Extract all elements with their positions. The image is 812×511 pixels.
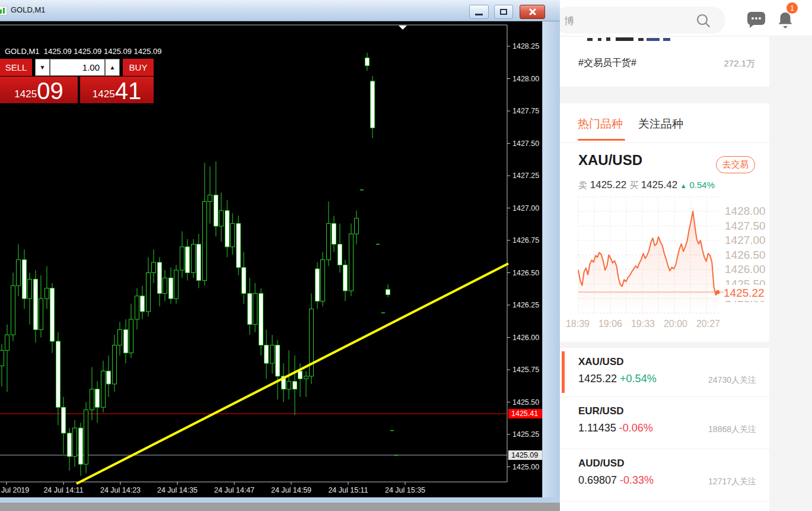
tab-watched-symbols[interactable]: 关注品种	[638, 116, 683, 132]
change-up-icon: ▲	[680, 182, 687, 189]
svg-text:1427.00: 1427.00	[725, 234, 766, 246]
watchlist-card: XAU/USD 1425.22 +0.54% 24730人关注 EUR/USD …	[552, 348, 769, 511]
row-symbol: EUR/USD	[578, 405, 624, 417]
search-input[interactable]: 博	[555, 7, 725, 34]
row-price: 1.11435	[578, 422, 616, 434]
sell-price: 1425.22	[590, 179, 626, 191]
svg-text:1428.00: 1428.00	[512, 75, 539, 83]
buy-price-pips: 41	[115, 79, 142, 103]
sell-price-main: 1425	[14, 88, 37, 103]
hot-symbols-card: 热门品种 关注品种 XAU/USD 去交易 卖 1425.22 买 1425.4…	[552, 103, 769, 342]
chart-window-icon	[0, 6, 7, 15]
change-percent: 0.54%	[689, 180, 715, 190]
current-price-tag: 1425.22	[724, 285, 769, 301]
row-price: 0.69807	[578, 474, 617, 486]
row-change: -0.33%	[620, 474, 654, 486]
svg-text:1427.50: 1427.50	[725, 220, 766, 232]
row-followers: 24730人关注	[708, 375, 756, 386]
row-followers: 12717人关注	[708, 477, 756, 487]
svg-text:18:39: 18:39	[566, 319, 590, 329]
watchlist-row-xauusd[interactable]: XAU/USD 1425.22 +0.54% 24730人关注	[552, 348, 769, 396]
sell-price-pips: 09	[37, 79, 63, 103]
svg-text:1425.00: 1425.00	[512, 463, 539, 471]
active-tab-underline	[578, 139, 625, 141]
svg-text:1425.25: 1425.25	[512, 430, 539, 439]
buy-label: 买	[629, 180, 638, 190]
svg-text:24 Jul 14:47: 24 Jul 14:47	[214, 486, 254, 494]
search-text: 博	[564, 14, 574, 28]
window-titlebar[interactable]: GOLD,M1	[0, 0, 560, 21]
volume-increment-button[interactable]: ▲	[105, 59, 120, 76]
notification-badge: 1	[786, 2, 798, 14]
buy-price-button[interactable]: 1425 41	[80, 77, 154, 103]
chart-client-area[interactable]: 1428.251428.001427.751427.501427.251427.…	[0, 21, 542, 497]
svg-text:19:33: 19:33	[631, 319, 655, 329]
row-change: +0.54%	[620, 373, 657, 385]
svg-text:1426.75: 1426.75	[512, 236, 539, 245]
maximize-button[interactable]	[494, 5, 513, 19]
svg-text:1426.50: 1426.50	[512, 269, 539, 277]
messages-icon[interactable]	[746, 11, 766, 28]
svg-text:24 Jul 14:35: 24 Jul 14:35	[157, 486, 198, 494]
window-right-border	[542, 21, 560, 497]
search-icon[interactable]	[695, 13, 712, 28]
buy-price: 1425.42	[641, 179, 677, 191]
svg-text:1426.00: 1426.00	[725, 263, 766, 275]
svg-text:1425.50: 1425.50	[512, 398, 539, 407]
svg-text:24 Jul 14:23: 24 Jul 14:23	[100, 486, 141, 494]
sell-button[interactable]: SELL	[0, 59, 32, 76]
chevron-down-icon: ▼	[40, 64, 46, 71]
svg-text:1426.00: 1426.00	[512, 334, 539, 342]
topic-link[interactable]: #交易员干货#	[578, 57, 636, 69]
top-search-bar: 博 1	[552, 0, 812, 36]
quote-side-panel: 博 1 #交易员干货# 272.1万	[552, 0, 812, 511]
go-trade-button[interactable]: 去交易	[716, 156, 755, 173]
svg-text:24 Jul 15:11: 24 Jul 15:11	[328, 486, 368, 494]
svg-text:19:06: 19:06	[598, 319, 622, 329]
sell-label: 卖	[578, 180, 587, 190]
svg-text:1425.09: 1425.09	[511, 451, 538, 459]
desktop-background-strip	[0, 503, 560, 511]
svg-text:24 Jul 15:35: 24 Jul 15:35	[385, 486, 425, 494]
hot-topics-card: #交易员干货# 272.1万	[552, 37, 769, 87]
topic-view-count: 272.1万	[724, 58, 755, 69]
row-change: -0.06%	[619, 422, 653, 434]
mini-price-chart[interactable]: 1428.001427.501427.001426.501426.001425.…	[552, 196, 812, 338]
ohlc-readout: GOLD,M1 1425.09 1425.09 1425.09 1425.09	[5, 47, 162, 56]
svg-text:24 Jul 14:59: 24 Jul 14:59	[271, 486, 311, 494]
buy-button[interactable]: BUY	[123, 59, 154, 76]
svg-text:20:27: 20:27	[696, 319, 720, 329]
svg-text:24 Jul 14:11: 24 Jul 14:11	[43, 486, 83, 494]
row-followers: 18868人关注	[708, 424, 756, 435]
row-symbol: AUD/USD	[578, 458, 624, 469]
volume-input[interactable]	[50, 59, 105, 76]
row-price: 1425.22	[578, 373, 617, 385]
mt4-chart-window: GOLD,M1 1428.251428.001427.751427.501427…	[0, 0, 560, 503]
buy-price-main: 1425	[93, 88, 115, 103]
window-bottom-border	[0, 497, 560, 503]
sell-price-button[interactable]: 1425 09	[0, 77, 78, 103]
svg-text:20:00: 20:00	[664, 319, 687, 329]
svg-text:1425.41: 1425.41	[511, 410, 538, 418]
svg-text:1428.00: 1428.00	[725, 205, 766, 217]
quote-symbol: XAU/USD	[578, 152, 642, 169]
row-symbol: XAU/USD	[578, 356, 624, 368]
svg-text:1427.00: 1427.00	[512, 204, 539, 212]
close-button[interactable]	[520, 5, 545, 19]
watchlist-row-audusd[interactable]: AUD/USD 0.69807 -0.33% 12717人关注	[552, 449, 769, 498]
window-title: GOLD,M1	[11, 5, 46, 14]
quote-bid-ask-row: 卖 1425.22 买 1425.42 ▲ 0.54%	[578, 179, 715, 191]
watchlist-row-eurusd[interactable]: EUR/USD 1.11435 -0.06% 18868人关注	[552, 397, 769, 446]
minimize-button[interactable]	[469, 5, 489, 19]
svg-text:1428.25: 1428.25	[512, 42, 539, 50]
volume-decrement-button[interactable]: ▼	[35, 59, 50, 76]
selected-row-indicator	[562, 351, 565, 393]
svg-text:1427.75: 1427.75	[512, 107, 539, 115]
svg-text:1426.25: 1426.25	[512, 301, 539, 309]
tab-hot-symbols[interactable]: 热门品种	[578, 116, 623, 132]
svg-text:1427.25: 1427.25	[512, 172, 539, 180]
svg-text:1425.75: 1425.75	[512, 366, 539, 374]
svg-text:1426.50: 1426.50	[725, 249, 766, 261]
chevron-up-icon: ▲	[110, 64, 116, 71]
svg-text:Jul 2019: Jul 2019	[1, 486, 29, 494]
